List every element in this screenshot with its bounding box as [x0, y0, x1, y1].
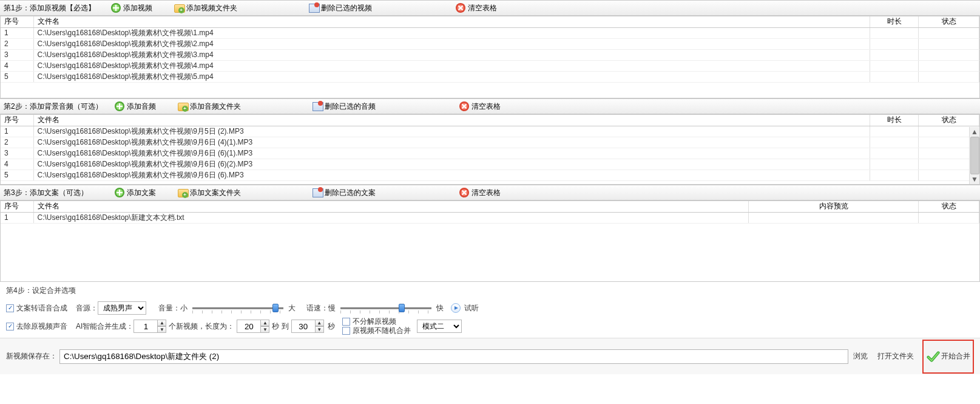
th-name[interactable]: 文件名 [33, 201, 749, 212]
play-icon[interactable] [451, 303, 461, 313]
scroll-up-icon[interactable]: ▲ [970, 127, 979, 137]
scroll-thumb[interactable] [970, 137, 979, 174]
th-seq[interactable]: 序号 [1, 115, 33, 126]
clear-audio-button[interactable]: 清空表格 [457, 100, 503, 113]
spin-up-icon[interactable]: ▲ [260, 320, 269, 326]
add-script-button[interactable]: 添加文案 [112, 186, 158, 199]
sec-mid: 秒 到 [272, 321, 288, 332]
browse-button[interactable]: 浏览 [853, 351, 868, 361]
cell [870, 169, 919, 180]
th-stat[interactable]: 状态 [919, 201, 979, 212]
cell [919, 49, 979, 60]
volume-thumb[interactable] [272, 304, 279, 312]
mode-select[interactable]: 模式二 [417, 320, 462, 333]
clear-script-button[interactable]: 清空表格 [457, 186, 503, 199]
clear-icon [459, 188, 469, 197]
preview-label[interactable]: 试听 [464, 303, 479, 313]
th-dur[interactable]: 时长 [870, 16, 919, 27]
tts-checkbox[interactable] [6, 304, 14, 312]
delete-video-button[interactable]: 删除已选的视频 [306, 1, 374, 15]
audio-scrollbar[interactable]: ▲ ▼ [969, 127, 979, 184]
delete-video-label: 删除已选的视频 [321, 3, 372, 13]
volume-small: 小 [180, 303, 188, 313]
th-stat[interactable]: 状态 [919, 16, 979, 27]
spin-down-icon[interactable]: ▼ [315, 326, 324, 333]
clear-video-label: 清空表格 [468, 3, 497, 13]
ai-count-input[interactable] [133, 320, 158, 333]
no-split-checkbox[interactable] [342, 318, 350, 326]
cell: C:\Users\gq168168\Desktop\视频素材\文件视频\1.mp… [33, 27, 870, 38]
audio-table[interactable]: 序号 文件名 时长 状态 1C:\Users\gq168168\Desktop\… [0, 114, 980, 185]
add-audio-button[interactable]: 添加音频 [112, 100, 158, 113]
table-row[interactable]: 3C:\Users\gq168168\Desktop\视频素材\文件视频\9月6… [1, 148, 979, 159]
volume-slider[interactable] [192, 303, 283, 313]
script-table[interactable]: 序号 文件名 内容预览 状态 1C:\Users\gq168168\Deskto… [0, 200, 980, 282]
open-folder-button[interactable]: 打开文件夹 [877, 351, 914, 361]
speed-slider[interactable] [340, 303, 431, 313]
table-row[interactable]: 1C:\Users\gq168168\Desktop\新建文本文档.txt [1, 212, 979, 223]
table-row[interactable]: 4C:\Users\gq168168\Desktop\视频素材\文件视频\9月6… [1, 159, 979, 169]
strip-audio-checkbox[interactable] [6, 323, 14, 330]
cell: C:\Users\gq168168\Desktop\视频素材\文件视频\9月6日… [33, 137, 870, 148]
spin-down-icon[interactable]: ▼ [260, 326, 269, 333]
step4-section: 第4步：设定合并选项 文案转语音合成 音源： 成熟男声 音量： 小 大 语速： … [0, 282, 980, 337]
no-shuffle-label: 原视频不随机合并 [353, 326, 411, 336]
scroll-down-icon[interactable]: ▼ [970, 174, 979, 184]
cell [870, 126, 919, 137]
tts-label: 文案转语音合成 [16, 303, 67, 313]
table-row[interactable]: 4C:\Users\gq168168\Desktop\视频素材\文件视频\4.m… [1, 60, 979, 71]
delete-audio-button[interactable]: 删除已选的音频 [310, 100, 378, 113]
delete-script-button[interactable]: 删除已选的文案 [310, 186, 378, 199]
add-video-button[interactable]: 添加视频 [109, 1, 155, 15]
cell [870, 27, 919, 38]
th-dur[interactable]: 时长 [870, 115, 919, 126]
cell: C:\Users\gq168168\Desktop\视频素材\文件视频\9月6日… [33, 159, 870, 169]
start-merge-button[interactable]: 开始合并 [922, 340, 974, 374]
table-row[interactable]: 5C:\Users\gq168168\Desktop\视频素材\文件视频\5.m… [1, 71, 979, 82]
th-prev[interactable]: 内容预览 [749, 201, 919, 212]
th-name[interactable]: 文件名 [33, 115, 870, 126]
video-table[interactable]: 序号 文件名 时长 状态 1C:\Users\gq168168\Desktop\… [0, 16, 980, 98]
sec-to-input[interactable] [291, 320, 316, 333]
cell [919, 38, 979, 49]
sec-to-stepper[interactable]: ▲▼ [291, 320, 324, 333]
step3-section: 第3步：添加文案（可选） 添加文案 添加文案文件夹 删除已选的文案 清空表格 序… [0, 185, 980, 282]
delete-icon [309, 3, 319, 13]
speed-thumb[interactable] [399, 304, 405, 312]
add-video-label: 添加视频 [123, 3, 152, 13]
save-path-input[interactable] [59, 349, 848, 364]
sec-from-stepper[interactable]: ▲▼ [237, 320, 269, 333]
check-icon [927, 350, 940, 363]
cell: C:\Users\gq168168\Desktop\视频素材\文件视频\9月5日… [33, 126, 870, 137]
th-name[interactable]: 文件名 [33, 16, 870, 27]
add-video-folder-label: 添加视频文件夹 [186, 3, 237, 13]
add-script-folder-button[interactable]: 添加文案文件夹 [175, 186, 243, 199]
table-row[interactable]: 1C:\Users\gq168168\Desktop\视频素材\文件视频\1.m… [1, 27, 979, 38]
table-row[interactable]: 2C:\Users\gq168168\Desktop\视频素材\文件视频\2.m… [1, 38, 979, 49]
spin-down-icon[interactable]: ▼ [157, 326, 166, 333]
table-row[interactable]: 2C:\Users\gq168168\Desktop\视频素材\文件视频\9月6… [1, 137, 979, 148]
th-seq[interactable]: 序号 [1, 16, 33, 27]
clear-icon [456, 3, 465, 13]
no-shuffle-checkbox[interactable] [342, 327, 350, 335]
cell: C:\Users\gq168168\Desktop\新建文本文档.txt [33, 212, 749, 223]
ai-count-stepper[interactable]: ▲▼ [133, 320, 166, 333]
add-audio-folder-button[interactable]: 添加音频文件夹 [175, 100, 243, 113]
sec-from-input[interactable] [237, 320, 261, 333]
th-stat[interactable]: 状态 [919, 115, 979, 126]
cell [870, 49, 919, 60]
spin-up-icon[interactable]: ▲ [315, 320, 324, 326]
start-merge-label: 开始合并 [941, 351, 970, 361]
table-row[interactable]: 3C:\Users\gq168168\Desktop\视频素材\文件视频\3.m… [1, 49, 979, 60]
spin-up-icon[interactable]: ▲ [157, 320, 166, 326]
cell [919, 212, 979, 223]
step2-label: 第2步：添加背景音频（可选） [4, 101, 103, 112]
table-row[interactable]: 5C:\Users\gq168168\Desktop\视频素材\文件视频\9月6… [1, 169, 979, 180]
sec-label: 秒 [328, 321, 335, 332]
clear-video-button[interactable]: 清空表格 [453, 1, 499, 15]
th-seq[interactable]: 序号 [1, 201, 33, 212]
add-video-folder-button[interactable]: 添加视频文件夹 [172, 1, 240, 15]
table-row[interactable]: 1C:\Users\gq168168\Desktop\视频素材\文件视频\9月5… [1, 126, 979, 137]
cell [919, 27, 979, 38]
voice-select[interactable]: 成熟男声 [98, 301, 146, 315]
